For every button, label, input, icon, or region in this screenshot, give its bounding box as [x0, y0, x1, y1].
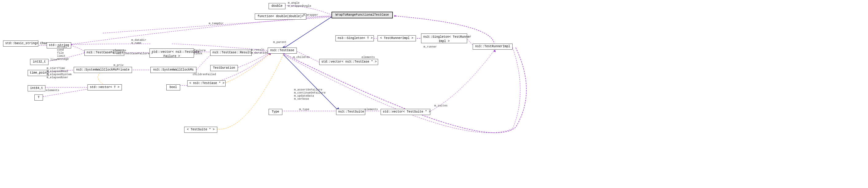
edge-label-elements-suite: elements: [365, 108, 378, 111]
edge-label-wrapper: m_wrapper: [303, 13, 318, 17]
edge-label-result-duration: m_resultm_duration: [251, 49, 268, 55]
node-function-double: function< double(double)>: [255, 13, 306, 20]
edge-label-childrenfailed: childrenFailed: [193, 73, 216, 76]
node-ns3-testcase-ptr: < ns3::TestCase * >: [187, 80, 226, 87]
node-ns3-singleton-testrunner: ns3::Singleton< TestRunnerImpl >: [421, 33, 467, 43]
edge-label-angle: m_anglem_wrappedAngle: [288, 2, 311, 8]
node-double: double: [269, 3, 285, 9]
edge-label-actual: actualcondfilelimitmessage: [57, 45, 69, 61]
node-testrunnerimpl-ptr: < TestRunnerImpl >: [377, 35, 416, 41]
node-std-vector-testsuite-ptr: std::vector< TestSuite * >: [381, 109, 430, 115]
node-testduration: TestDuration: [210, 65, 238, 71]
edge-label-failure-clock: failureclock: [194, 49, 206, 55]
edge-label-elements-testcase: elements: [362, 56, 375, 59]
edge-label-starttime: m_startTimem_elapsedRealm_elapsedSystemm…: [46, 67, 71, 79]
edge-label-parent: m_parent: [273, 41, 286, 44]
node-type: Type: [269, 109, 282, 115]
node-ns3-systemwallclockms: ns3::SystemWallClockMs: [150, 67, 196, 73]
svg-marker-34: [394, 15, 397, 17]
node-std-basic-string: std::basic_string< Char >: [3, 40, 38, 46]
edge-label-elements-failure: elements< ns3::TestCaseFailure >: [113, 49, 153, 55]
node-ns3-testsuite: ns3::TestSuite: [336, 109, 365, 115]
diagram-container: std::basic_string< Char > std::string in…: [0, 0, 868, 188]
node-int64-t: int64_t: [28, 85, 45, 91]
edge-label-mrunner: m_runner: [424, 45, 437, 49]
node-std-vector-testcasefailure: std::vector< ns3::TestCaseFailure >: [150, 49, 194, 58]
svg-marker-41: [493, 50, 496, 52]
node-int32-t: int32_t: [30, 59, 49, 65]
edge-label-mtype: m_type: [299, 108, 309, 111]
node-ns3-testrunnerimpl: ns3::TestRunnerImpl: [473, 43, 513, 50]
node-bool: bool: [166, 84, 180, 91]
edge-label-line: line: [50, 58, 57, 61]
edge-label-tempdir: m_tempDir: [209, 22, 224, 25]
node-std-vector-T: std::vector< T >: [88, 84, 122, 91]
edge-label-msuites: m_suites: [434, 104, 447, 107]
svg-line-27: [283, 16, 333, 49]
node-ns3-singleton-t: ns3::Singleton< T >: [336, 35, 374, 41]
node-ns3-testcase: ns3::TestCase: [268, 48, 297, 54]
node-ns3-testcase-result: ns3::TestCase::Result: [210, 50, 252, 56]
node-ns3-systemwallclockms-private: ns3::SystemWallClockMsPrivate: [74, 67, 132, 73]
edge-label-datadir: m_dataDirm_name: [131, 39, 146, 45]
edge-label-elements-T: elements: [46, 89, 59, 92]
node-time-point: time_point: [28, 70, 49, 76]
edge-label-children: m_children: [293, 56, 310, 59]
arrows-svg: [0, 0, 868, 188]
edge-label-assert: m_assertOnFailurem_continueOnFailurem_up…: [294, 88, 326, 101]
node-testsuite-ptr: < TestSuite * >: [184, 127, 217, 133]
node-std-vector-testcase-ptr: std::vector< ns3::TestCase * >: [319, 59, 378, 65]
edge-label-priv: m_priv: [114, 64, 123, 67]
node-T: T: [34, 94, 43, 101]
node-wrap-to-range-functional-test-case: WrapToRangeFunctionalTestCase: [332, 12, 393, 19]
